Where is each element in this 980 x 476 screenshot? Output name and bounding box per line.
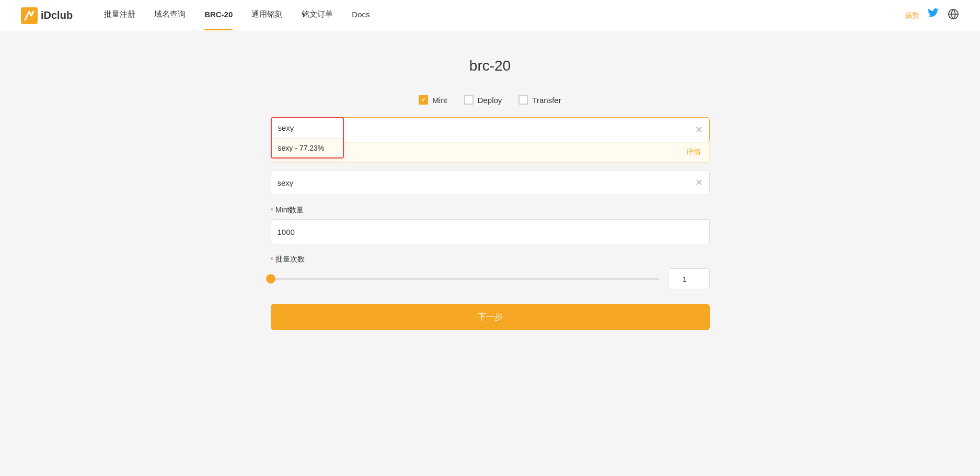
nav-item-docs[interactable]: Docs bbox=[352, 10, 370, 21]
twitter-icon[interactable] bbox=[928, 8, 939, 22]
nav-item-batch-register[interactable]: 批量注册 bbox=[104, 9, 135, 21]
batch-slider-track bbox=[271, 278, 660, 280]
mint-count-star: * bbox=[271, 206, 273, 214]
autocomplete-input-row bbox=[272, 118, 343, 139]
globe-icon[interactable] bbox=[948, 8, 959, 22]
checkbox-transfer-box[interactable] bbox=[518, 95, 528, 105]
checkbox-mint-box[interactable] bbox=[419, 95, 428, 105]
ticker-input-field[interactable] bbox=[278, 178, 695, 187]
mint-count-label: * Mint数量 bbox=[271, 206, 710, 215]
batch-count-row bbox=[271, 268, 710, 289]
header-right: 搞赞 bbox=[905, 8, 959, 22]
page-title: brc-20 bbox=[469, 58, 511, 74]
batch-number-input[interactable] bbox=[668, 268, 710, 289]
autocomplete-dropdown: sexy - 77.23% bbox=[271, 117, 344, 158]
mint-count-label-text: Mint数量 bbox=[275, 206, 304, 215]
autocomplete-option[interactable]: sexy - 77.23% bbox=[272, 139, 343, 157]
ticker-dropdown-container: ✕ sexy - 77.23% bbox=[271, 117, 710, 142]
batch-count-star: * bbox=[271, 255, 273, 264]
checkbox-transfer[interactable]: Transfer bbox=[518, 95, 561, 105]
ticker-clear-button[interactable]: ✕ bbox=[695, 125, 703, 134]
svg-rect-0 bbox=[21, 7, 38, 24]
batch-slider-thumb[interactable] bbox=[266, 274, 275, 284]
form-area: ✕ sexy - 77.23% sexy - 77.23% 详情 ✕ * Min… bbox=[271, 117, 710, 330]
ticker-detail-link[interactable]: 详情 bbox=[686, 148, 701, 157]
nav-item-domain-query[interactable]: 域名查询 bbox=[154, 9, 186, 21]
logo-text: iDclub bbox=[41, 9, 73, 21]
batch-count-label: * 批量次数 bbox=[271, 255, 710, 264]
tab-checkbox-row: Mint Deploy Transfer bbox=[419, 95, 561, 105]
logo[interactable]: iDclub bbox=[21, 7, 73, 24]
mint-count-input[interactable] bbox=[278, 228, 703, 236]
nav-item-inscription-orders[interactable]: 铭文订单 bbox=[302, 9, 333, 21]
checkbox-deploy-box[interactable] bbox=[464, 95, 474, 105]
checkbox-deploy[interactable]: Deploy bbox=[464, 95, 502, 105]
checkbox-transfer-label: Transfer bbox=[532, 96, 561, 105]
ticker-input-clear[interactable]: ✕ bbox=[695, 178, 703, 187]
main-nav: 批量注册 域名查询 BRC-20 通用铭刻 铭文订单 Docs bbox=[104, 9, 905, 21]
nav-item-brc20[interactable]: BRC-20 bbox=[204, 10, 233, 21]
donate-button[interactable]: 搞赞 bbox=[905, 11, 919, 20]
checkbox-mint-label: Mint bbox=[432, 96, 447, 105]
nav-item-generic-inscribe[interactable]: 通用铭刻 bbox=[251, 9, 283, 21]
next-button[interactable]: 下一步 bbox=[271, 304, 710, 330]
checkbox-deploy-label: Deploy bbox=[478, 96, 502, 105]
autocomplete-input-field[interactable] bbox=[278, 123, 337, 132]
ticker-input-wrapper: ✕ bbox=[271, 170, 710, 195]
batch-slider-wrap bbox=[271, 273, 660, 285]
mint-count-wrapper bbox=[271, 219, 710, 244]
checkbox-mint[interactable]: Mint bbox=[419, 95, 447, 105]
batch-count-label-text: 批量次数 bbox=[275, 255, 305, 264]
